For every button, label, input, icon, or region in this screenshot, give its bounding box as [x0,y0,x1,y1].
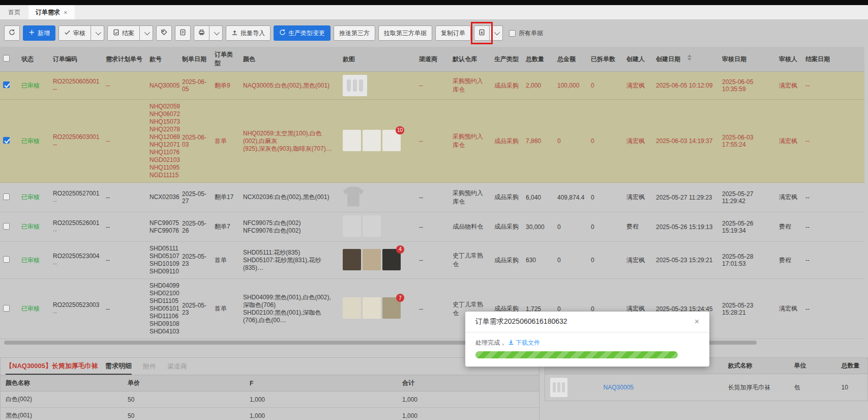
style-thumbnail[interactable] [343,215,361,237]
refresh-button[interactable] [4,25,20,41]
column-header-总金额[interactable]: 总金额 [554,47,588,72]
column-header-渠道商[interactable]: 渠道商 [416,47,450,72]
style-image-group[interactable]: 10 [343,130,401,151]
cell-plan-no: -- [103,100,146,183]
style-image-group[interactable]: 4 [343,249,401,270]
detail-row[interactable]: 黑色(001)501,0001,000 [1,408,539,420]
pull-third-button[interactable]: 拉取第三方单据 [378,25,432,41]
dialog-body: 处理完成， 下载文件 [465,332,709,367]
sort-icon[interactable] [687,54,692,61]
all-docs-checkbox[interactable]: 所有单据 [509,29,543,38]
column-header-订单编码[interactable]: 订单编码 [50,47,103,72]
style-name: 长筒加厚毛巾袜 [723,374,789,401]
style-thumbnail[interactable] [363,297,381,319]
status-badge: 已审核 [21,257,40,264]
export-button[interactable] [474,25,490,41]
style-image-cell [545,374,598,401]
style-thumbnail[interactable] [343,249,361,270]
row-checkbox-cell [0,100,18,183]
tab-home[interactable]: 首页 [0,5,28,19]
horizontal-scrollbar[interactable] [0,339,868,346]
row-checkbox[interactable] [3,137,10,144]
audit-button[interactable]: 审核 [58,25,91,41]
table-row[interactable]: 已审核RO20250605001----NAQ300052025-06-05翻单… [0,72,864,100]
style-image-group[interactable] [343,75,367,96]
cell-make-date: 2025-05-26 [179,212,212,242]
copy-order-button[interactable]: 复制订单 [435,25,471,41]
tab-channel[interactable]: 渠道商 [167,362,187,371]
tab-order-demand[interactable]: 订单需求 × [28,5,75,19]
column-header-已拆单数[interactable]: 已拆单数 [588,47,623,72]
column-header-颜色[interactable]: 颜色 [240,47,340,72]
table-row[interactable]: 已审核RO20250523003----SHD04099SHD02100SHD1… [0,279,864,339]
style-code: NGD11115 [149,172,176,179]
socks-thumbnail[interactable] [550,378,567,397]
style-thumbnail[interactable] [363,215,381,237]
export-dropdown[interactable] [490,25,503,41]
column-header-需求计划单号[interactable]: 需求计划单号 [103,47,146,72]
style-row[interactable]: NAQ30005 长筒加厚毛巾袜 包 10 [545,374,867,401]
detail-cell: 1,000 [245,391,397,408]
column-header-默认仓库[interactable]: 默认仓库 [450,47,491,72]
style-thumbnail[interactable] [363,130,381,151]
table-row[interactable]: 已审核RO20250527001----NCX020362025-05-27翻单… [0,183,864,212]
table-row[interactable]: 已审核RO20250526001----NFC99075NFC990762025… [0,212,864,242]
file-button[interactable] [175,25,191,41]
column-header-款号[interactable]: 款号 [146,47,179,72]
tab-close-icon[interactable]: × [64,9,68,16]
row-checkbox[interactable] [3,193,10,200]
order-code: RO20250523004 [53,253,100,260]
column-header-生产类型[interactable]: 生产类型 [491,47,523,72]
close-icon[interactable]: × [695,318,699,326]
row-checkbox[interactable] [3,223,10,230]
color-line: SHD05111:花纱(835) [243,249,337,257]
add-button[interactable]: 新增 [23,25,55,41]
row-checkbox[interactable] [3,81,10,88]
style-qty: 10 [836,374,867,401]
color-line: SHD04099:黑色(001),白色(002),深咖色(706) [243,294,337,309]
detail-row[interactable]: 白色(002)501,0001,000 [1,391,539,408]
select-all-checkbox[interactable] [3,55,10,62]
batch-import-button[interactable]: 批量导入 [226,25,271,41]
prod-type-change-button[interactable]: 生产类型变更 [274,25,331,41]
column-header-制单日期[interactable]: 制单日期 [179,47,212,72]
style-thumbnail[interactable] [343,297,361,319]
column-header-总数量[interactable]: 总数量 [523,47,554,72]
style-image-group[interactable] [343,186,364,207]
file-icon [179,29,186,37]
push-third-button[interactable]: 推送第三方 [334,25,375,41]
cell-auditor: 费程 [776,242,802,279]
column-header-状态[interactable]: 状态 [18,47,50,72]
style-thumbnail[interactable] [343,130,361,151]
row-checkbox[interactable] [3,256,10,263]
style-image-group[interactable] [343,215,381,237]
tshirt-thumbnail[interactable] [343,186,364,207]
style-thumbnail[interactable] [363,249,381,270]
audit-dropdown[interactable] [91,25,104,41]
tab-attachments[interactable]: 附件 [143,362,156,371]
tab-demand-detail[interactable]: 需求明细 [105,361,132,371]
print-button[interactable] [194,25,209,41]
socks-thumbnail[interactable] [343,75,367,96]
column-header-结案日期[interactable]: 结案日期 [802,47,864,72]
cell-split-count: 0 [588,242,623,279]
row-checkbox[interactable] [3,305,10,312]
style-image-group[interactable]: 7 [343,297,401,319]
print-dropdown[interactable] [209,25,223,41]
column-header-订单类型[interactable]: 订单类型 [212,47,240,72]
table-row[interactable]: 已审核RO20250523004----SHD05111SHD05107SHD1… [0,242,864,279]
table-row[interactable]: 已审核RO20250603001----NHQ02059NHQ06072NHQ1… [0,100,864,183]
style-code-link[interactable]: NAQ30005 [604,384,634,391]
checkbox-icon[interactable] [509,30,516,37]
column-header-款图[interactable]: 款图 [340,47,416,72]
column-header-创建人[interactable]: 创建人 [623,47,653,72]
column-header-创建日期[interactable]: 创建日期 [653,47,719,72]
close-case-button[interactable]: 结案 [107,25,140,41]
order-code-sub: -- [53,141,100,149]
tag-button[interactable] [156,25,172,41]
close-case-dropdown[interactable] [140,25,153,41]
cell-channel: -- [416,242,450,279]
column-header-审核日期[interactable]: 审核日期 [719,47,776,72]
download-file-link[interactable]: 下载文件 [508,339,540,347]
column-header-审核人[interactable]: 审核人 [776,47,802,72]
